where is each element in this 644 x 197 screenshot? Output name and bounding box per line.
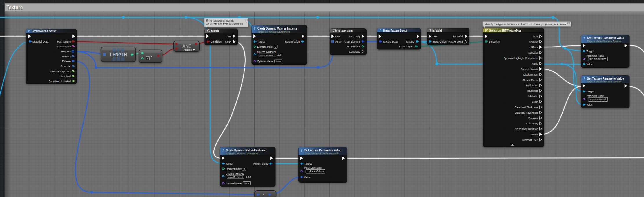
svg-text:Loop Body: Loop Body [349, 35, 360, 38]
svg-text:Specular: Specular [61, 65, 71, 68]
svg-text:Set Texture Parameter Value: Set Texture Parameter Value [587, 77, 624, 80]
svg-text:Target: Target [257, 40, 265, 43]
svg-text:Specular Highlight Component: Specular Highlight Component [504, 57, 538, 60]
svg-text:Array Element: Array Element [344, 40, 360, 43]
svg-text:Source Material: Source Material [257, 51, 276, 54]
svg-text:Sheen: Sheen [532, 100, 538, 103]
svg-text:Ambient: Ambient [62, 55, 71, 58]
svg-text:Material Data: Material Data [32, 40, 48, 43]
svg-text:Target is Primitive Component: Target is Primitive Component [257, 30, 290, 33]
svg-text:Metallic: Metallic [528, 95, 538, 98]
svg-text:Return Value: Return Value [285, 40, 300, 43]
svg-text:Texture: Texture [406, 40, 414, 43]
svg-text:?: ? [429, 29, 431, 32]
svg-text:Target is Material Instance Dy: Target is Material Instance Dynamic [304, 152, 339, 155]
svg-text:Anisotropy: Anisotropy [526, 122, 538, 125]
svg-text:Diffuse: Diffuse [529, 46, 538, 49]
svg-text:Texture: Texture [7, 5, 23, 10]
svg-text:Anisotropy Rotation: Anisotropy Rotation [515, 128, 538, 130]
svg-text:Target: Target [304, 162, 312, 165]
svg-text:Input Object: Input Object [433, 40, 448, 43]
svg-text:Branch: Branch [211, 29, 219, 32]
svg-text:Unknown: Unknown [529, 40, 538, 43]
svg-text:None: None [533, 35, 538, 38]
svg-text:If no texture is found,: If no texture is found, [206, 19, 234, 22]
svg-text:Value: Value [587, 63, 593, 66]
svg-text:Break Texture Struct: Break Texture Struct [383, 29, 407, 32]
svg-text:myParamDiffuse: myParamDiffuse [307, 170, 324, 173]
svg-text:Return Value: Return Value [253, 162, 268, 165]
svg-text:myParamDiffuse: myParamDiffuse [589, 58, 606, 60]
svg-text:Array: Array [335, 40, 342, 43]
svg-text:Optional Name: Optional Name [226, 182, 242, 185]
svg-text:>: > [150, 54, 152, 58]
svg-text:Optional Name: Optional Name [257, 60, 273, 63]
svg-text:Texture Data: Texture Data [383, 40, 398, 43]
svg-text:Parameter Name: Parameter Name [304, 166, 322, 169]
svg-text:myParamNormal: myParamNormal [590, 98, 606, 101]
svg-text:Selection: Selection [489, 40, 500, 43]
svg-text:Exec: Exec [335, 35, 340, 38]
svg-text:Reflection: Reflection [526, 84, 538, 87]
svg-text:we create one from RGB values.: we create one from RGB values. [206, 23, 244, 26]
svg-text:Value: Value [587, 103, 593, 106]
svg-text:True: True [226, 35, 231, 38]
svg-text:Completed: Completed [349, 50, 360, 53]
svg-text:Target is Primitive Component: Target is Primitive Component [226, 152, 258, 155]
svg-text:Emissive: Emissive [528, 117, 538, 120]
svg-text:Identify the type of texture a: Identify the type of texture and load it… [485, 23, 567, 26]
svg-text:For Each Loop: For Each Loop [336, 29, 353, 32]
svg-text:Parameter Name: Parameter Name [587, 95, 604, 97]
svg-text:0: 0 [243, 167, 245, 170]
svg-text:Alpha: Alpha [532, 62, 538, 65]
svg-text:Specular Exponent: Specular Exponent [50, 70, 71, 73]
svg-text:+: + [193, 48, 195, 52]
svg-text:importTestMat: importTestMat [260, 54, 273, 57]
svg-text:Condition: Condition [211, 40, 222, 43]
svg-text:0: 0 [147, 57, 148, 60]
svg-text:Clearcoat Roughness: Clearcoat Roughness [515, 111, 538, 114]
svg-text:0: 0 [275, 45, 276, 48]
svg-text:Has Texture: Has Texture [57, 40, 71, 43]
svg-text:Switch on ERTITextureType: Switch on ERTITextureType [489, 29, 521, 32]
svg-text:LENGTH: LENGTH [110, 52, 127, 58]
svg-text:Target is Material Instance Dy: Target is Material Instance Dynamic [587, 80, 621, 83]
svg-text:Value: Value [304, 176, 310, 179]
svg-text:Texture Name: Texture Name [56, 45, 71, 48]
svg-text:Stencil Decal: Stencil Decal [522, 79, 538, 82]
svg-text:Textures: Textures [61, 50, 71, 53]
svg-text:Target: Target [226, 162, 233, 165]
svg-text:Array Index: Array Index [346, 45, 360, 48]
svg-text:Target is Material Instance Dy: Target is Material Instance Dynamic [587, 40, 621, 43]
svg-text:Set Vector Parameter Value: Set Vector Parameter Value [304, 149, 341, 152]
svg-text:Target: Target [587, 50, 594, 53]
svg-text:Dissolved: Dissolved [60, 75, 71, 78]
svg-text:None: None [276, 60, 281, 63]
svg-text:Displacement: Displacement [523, 73, 538, 76]
svg-text:Is Not Valid: Is Not Valid [448, 40, 463, 43]
svg-text:Is Valid: Is Valid [432, 29, 442, 32]
svg-text:Parameter Name: Parameter Name [587, 54, 604, 57]
svg-text:Element Index: Element Index [226, 167, 242, 170]
svg-text:importTestMat: importTestMat [228, 176, 242, 178]
svg-text:Normal: Normal [531, 133, 538, 136]
svg-text:Exec: Exec [433, 35, 438, 38]
svg-text:Set Texture Parameter Value: Set Texture Parameter Value [587, 36, 624, 40]
svg-text:Roughness: Roughness [527, 89, 538, 92]
svg-text:Create Dynamic Material Instan: Create Dynamic Material Instance [226, 149, 266, 152]
svg-text:Is Valid: Is Valid [453, 35, 463, 38]
svg-text:Create Dynamic Material Instan: Create Dynamic Material Instance [257, 27, 297, 30]
svg-text:Texture Type: Texture Type [399, 45, 413, 48]
svg-text:Diffuse: Diffuse [62, 60, 71, 63]
svg-text:False: False [225, 40, 231, 43]
svg-text:Add pin: Add pin [184, 48, 192, 51]
svg-text:Specular: Specular [528, 51, 538, 54]
svg-text:Source Material: Source Material [226, 172, 244, 175]
svg-text:Target: Target [587, 90, 594, 93]
svg-text:Microsoft RMA: Microsoft RMA [522, 139, 538, 141]
svg-text:Bump or Normal: Bump or Normal [521, 68, 538, 71]
svg-text:Break Material Struct: Break Material Struct [32, 30, 56, 33]
svg-text:Element Index: Element Index [257, 45, 273, 48]
svg-text:Clearcoat Thickness: Clearcoat Thickness [515, 106, 538, 109]
svg-text:None: None [244, 182, 249, 185]
